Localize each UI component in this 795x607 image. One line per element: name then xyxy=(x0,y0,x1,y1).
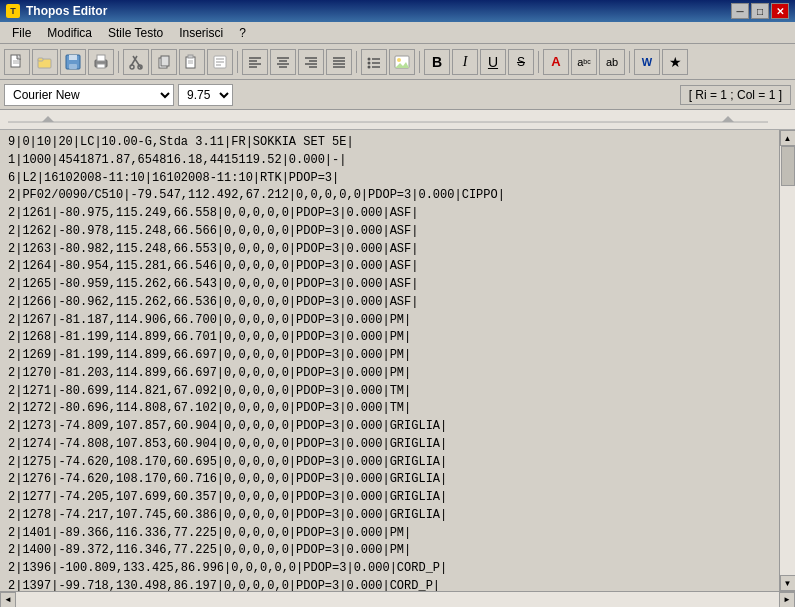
text-line: 2|1269|-81.199,114.899,66.697|0,0,0,0,0|… xyxy=(8,347,771,365)
save-button[interactable] xyxy=(60,49,86,75)
scroll-right-button[interactable]: ► xyxy=(779,592,795,608)
svg-rect-7 xyxy=(69,64,77,69)
svg-point-13 xyxy=(130,65,134,69)
text-line: 2|1261|-80.975,115.249,66.558|0,0,0,0,0|… xyxy=(8,205,771,223)
menu-inserisci[interactable]: Inserisci xyxy=(171,24,231,42)
window-controls[interactable]: ─ □ ✕ xyxy=(731,3,789,19)
text-highlight-button[interactable]: abc xyxy=(571,49,597,75)
text-line: 2|1396|-100.809,133.425,86.996|0,0,0,0,0… xyxy=(8,560,771,578)
svg-point-48 xyxy=(397,58,401,62)
svg-point-43 xyxy=(368,61,371,64)
title-bar: T Thopos Editor ─ □ ✕ xyxy=(0,0,795,22)
bold-button[interactable]: B xyxy=(424,49,450,75)
text-a-button[interactable]: A xyxy=(543,49,569,75)
text-line: 2|1278|-74.217,107.745,60.386|0,0,0,0,0|… xyxy=(8,507,771,525)
svg-marker-50 xyxy=(42,116,54,122)
new-button[interactable] xyxy=(4,49,30,75)
separator-3 xyxy=(356,51,357,73)
separator-2 xyxy=(237,51,238,73)
separator-4 xyxy=(419,51,420,73)
vertical-scrollbar[interactable]: ▲ ▼ xyxy=(779,130,795,591)
menu-file[interactable]: File xyxy=(4,24,39,42)
separator-5 xyxy=(538,51,539,73)
image-button[interactable] xyxy=(389,49,415,75)
svg-rect-18 xyxy=(188,55,193,58)
italic-button[interactable]: I xyxy=(452,49,478,75)
text-line: 2|1397|-99.718,130.498,86.197|0,0,0,0,0|… xyxy=(8,578,771,591)
separator-1 xyxy=(118,51,119,73)
font-size-select[interactable]: 9.75 xyxy=(178,84,233,106)
align-right-button[interactable] xyxy=(298,49,324,75)
toolbar: B I U S A abc ab W ★ xyxy=(0,44,795,80)
align-left-button[interactable] xyxy=(242,49,268,75)
text-line: 2|1268|-81.199,114.899,66.701|0,0,0,0,0|… xyxy=(8,329,771,347)
word-button[interactable]: W xyxy=(634,49,660,75)
text-line: 2|1273|-74.809,107.857,60.904|0,0,0,0,0|… xyxy=(8,418,771,436)
underline-button[interactable]: U xyxy=(480,49,506,75)
font-name-select[interactable]: Courier New xyxy=(4,84,174,106)
text-line: 2|1267|-81.187,114.906,66.700|0,0,0,0,0|… xyxy=(8,312,771,330)
close-button[interactable]: ✕ xyxy=(771,3,789,19)
menu-bar: File Modifica Stile Testo Inserisci ? xyxy=(0,22,795,44)
scroll-track[interactable] xyxy=(780,146,795,575)
font-bar: Courier New 9.75 [ Ri = 1 ; Col = 1 ] xyxy=(0,80,795,110)
text-line: 1|1000|4541871.87,654816.18,4415119.52|0… xyxy=(8,152,771,170)
minimize-button[interactable]: ─ xyxy=(731,3,749,19)
maximize-button[interactable]: □ xyxy=(751,3,769,19)
svg-rect-10 xyxy=(97,64,105,68)
svg-point-45 xyxy=(368,65,371,68)
print-button[interactable] xyxy=(88,49,114,75)
list-button[interactable] xyxy=(361,49,387,75)
open-button[interactable] xyxy=(32,49,58,75)
svg-rect-9 xyxy=(97,55,105,61)
cut-button[interactable] xyxy=(123,49,149,75)
scroll-down-button[interactable]: ▼ xyxy=(780,575,796,591)
content-area[interactable]: 9|0|10|20|LC|10.00-G,Stda 3.11|FR|SOKKIA… xyxy=(0,130,779,591)
scroll-up-button[interactable]: ▲ xyxy=(780,130,796,146)
text-line: 2|1262|-80.978,115.248,66.566|0,0,0,0,0|… xyxy=(8,223,771,241)
align-center-button[interactable] xyxy=(270,49,296,75)
text-line: 2|1401|-89.366,116.336,77.225|0,0,0,0,0|… xyxy=(8,525,771,543)
text-line: 2|1277|-74.205,107.699,60.357|0,0,0,0,0|… xyxy=(8,489,771,507)
position-indicator: [ Ri = 1 ; Col = 1 ] xyxy=(680,85,791,105)
app-title: Thopos Editor xyxy=(26,4,107,18)
horizontal-scrollbar[interactable]: ◄ ► xyxy=(0,591,795,607)
align-justify-button[interactable] xyxy=(326,49,352,75)
ruler xyxy=(0,110,795,130)
text-line: 2|1263|-80.982,115.248,66.553|0,0,0,0,0|… xyxy=(8,241,771,259)
text-line: 2|1264|-80.954,115.281,66.546|0,0,0,0,0|… xyxy=(8,258,771,276)
editor-container: 9|0|10|20|LC|10.00-G,Stda 3.11|FR|SOKKIA… xyxy=(0,130,795,607)
text-line: 2|PF02/0090/C510|-79.547,112.492,67.212|… xyxy=(8,187,771,205)
separator-6 xyxy=(629,51,630,73)
scroll-thumb[interactable] xyxy=(781,146,795,186)
paste-button[interactable] xyxy=(179,49,205,75)
strikethrough-button[interactable]: S xyxy=(508,49,534,75)
copy-button[interactable] xyxy=(151,49,177,75)
text-bg-button[interactable]: ab xyxy=(599,49,625,75)
menu-modifica[interactable]: Modifica xyxy=(39,24,100,42)
svg-rect-16 xyxy=(161,56,169,66)
menu-help[interactable]: ? xyxy=(231,24,254,42)
scroll-left-button[interactable]: ◄ xyxy=(0,592,16,608)
menu-stile-testo[interactable]: Stile Testo xyxy=(100,24,171,42)
text-line: 2|1400|-89.372,116.346,77.225|0,0,0,0,0|… xyxy=(8,542,771,560)
text-line: 2|1274|-74.808,107.853,60.904|0,0,0,0,0|… xyxy=(8,436,771,454)
svg-rect-6 xyxy=(69,55,77,60)
text-line: 2|1266|-80.962,115.262,66.536|0,0,0,0,0|… xyxy=(8,294,771,312)
text-line: 2|1265|-80.959,115.262,66.543|0,0,0,0,0|… xyxy=(8,276,771,294)
special-button[interactable]: ★ xyxy=(662,49,688,75)
svg-marker-51 xyxy=(722,116,734,122)
text-line: 2|1276|-74.620,108.170,60.716|0,0,0,0,0|… xyxy=(8,471,771,489)
text-line: 2|1270|-81.203,114.899,66.697|0,0,0,0,0|… xyxy=(8,365,771,383)
svg-rect-4 xyxy=(38,58,43,61)
svg-point-41 xyxy=(368,57,371,60)
text-line: 2|1275|-74.620,108.170,60.695|0,0,0,0,0|… xyxy=(8,454,771,472)
app-icon: T xyxy=(6,4,20,18)
text-line: 6|L2|16102008-11:10|16102008-11:10|RTK|P… xyxy=(8,170,771,188)
scroll-h-track[interactable] xyxy=(16,592,779,607)
text-line: 2|1272|-80.696,114.808,67.102|0,0,0,0,0|… xyxy=(8,400,771,418)
text-line: 2|1271|-80.699,114.821,67.092|0,0,0,0,0|… xyxy=(8,383,771,401)
format-button[interactable] xyxy=(207,49,233,75)
text-line: 9|0|10|20|LC|10.00-G,Stda 3.11|FR|SOKKIA… xyxy=(8,134,771,152)
